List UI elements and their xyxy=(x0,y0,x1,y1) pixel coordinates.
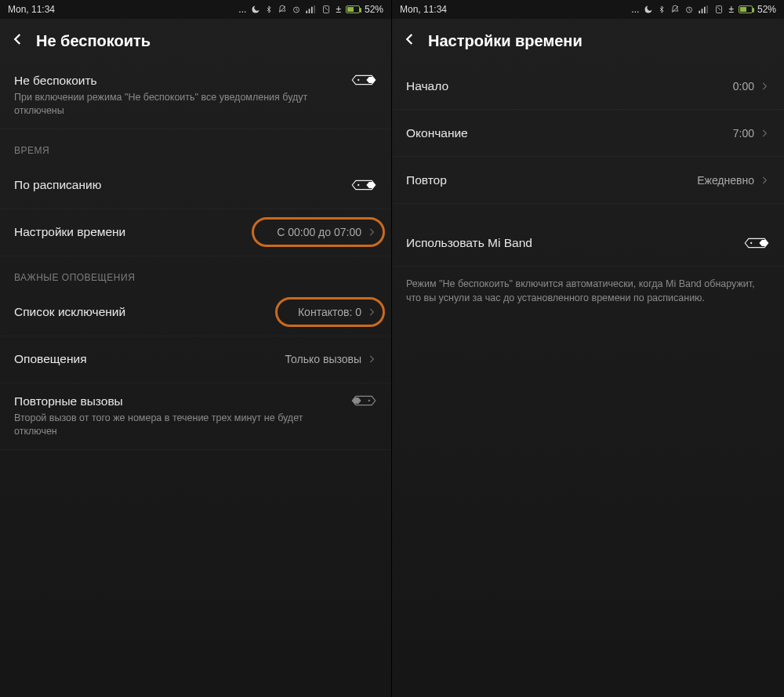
repeat-row[interactable]: Повтор Ежедневно xyxy=(392,157,784,204)
svg-point-27 xyxy=(750,241,752,243)
more-icon: ... xyxy=(631,4,639,15)
screen-dnd: Mon, 11:34 ... ± 52% Не беспокоить Не xyxy=(0,0,392,697)
status-bar: Mon, 11:34 ... ± 52% xyxy=(0,0,391,19)
back-icon[interactable] xyxy=(403,32,417,49)
mute-icon xyxy=(278,5,287,14)
repeat-title: Повтор xyxy=(406,173,697,187)
notifications-title: Оповещения xyxy=(14,352,285,366)
moon-icon xyxy=(251,5,260,14)
plus-minus-icon: ± xyxy=(728,4,734,15)
bluetooth-icon xyxy=(658,5,666,14)
miband-description: Режим "Не беспокоить" включится автомати… xyxy=(392,267,784,305)
repeat-value: Ежедневно xyxy=(697,174,754,187)
alarm-icon xyxy=(684,5,694,14)
alarm-icon xyxy=(292,5,301,14)
end-time-row[interactable]: Окончание 7:00 xyxy=(392,110,784,157)
start-time-row[interactable]: Начало 0:00 xyxy=(392,63,784,110)
battery-pct: 52% xyxy=(757,4,776,15)
battery-icon xyxy=(346,5,360,13)
dnd-toggle-row[interactable]: Не беспокоить При включении режима "Не б… xyxy=(0,63,391,129)
signal-icon xyxy=(699,5,710,13)
svg-rect-19 xyxy=(699,11,701,13)
svg-line-24 xyxy=(717,7,720,10)
svg-rect-5 xyxy=(314,5,316,13)
page-header: Настройки времени xyxy=(392,19,784,63)
status-icons: ... ± 52% xyxy=(631,4,776,15)
sim-icon xyxy=(714,5,724,14)
chevron-right-icon xyxy=(759,81,770,92)
dnd-toggle[interactable] xyxy=(350,74,377,86)
svg-rect-6 xyxy=(324,6,329,13)
svg-rect-4 xyxy=(311,7,313,13)
miband-title: Использовать Mi Band xyxy=(406,236,743,250)
svg-point-16 xyxy=(368,400,370,401)
exceptions-row[interactable]: Список исключений Контактов: 0 xyxy=(0,289,391,336)
repeat-calls-row[interactable]: Повторные вызовы Второй вызов от того же… xyxy=(0,383,391,450)
section-important: ВАЖНЫЕ ОПОВЕЩЕНИЯ xyxy=(0,256,391,289)
exceptions-title: Список исключений xyxy=(14,305,298,319)
repeat-calls-subtitle: Второй вызов от того же номера в течение… xyxy=(14,412,312,438)
status-bar: Mon, 11:34 ... ± 52% xyxy=(392,0,784,19)
repeat-calls-toggle[interactable] xyxy=(350,394,377,407)
chevron-right-icon xyxy=(366,354,377,365)
scheduled-toggle[interactable] xyxy=(350,179,377,191)
battery-icon xyxy=(739,5,753,13)
start-title: Начало xyxy=(406,79,733,93)
exceptions-value: Контактов: 0 xyxy=(298,306,361,318)
page-header: Не беспокоить xyxy=(0,19,391,63)
back-icon[interactable] xyxy=(11,32,25,49)
status-time: Mon, 11:34 xyxy=(400,4,447,15)
battery-pct: 52% xyxy=(365,4,383,15)
svg-line-7 xyxy=(325,7,328,10)
time-settings-row[interactable]: Настройки времени С 00:00 до 07:00 xyxy=(0,209,391,256)
more-icon: ... xyxy=(238,4,246,15)
scheduled-title: По расписанию xyxy=(14,178,350,192)
dnd-title: Не беспокоить xyxy=(14,74,350,88)
notifications-value: Только вызовы xyxy=(285,353,361,365)
time-settings-value: С 00:00 до 07:00 xyxy=(277,226,361,238)
end-value: 7:00 xyxy=(733,127,754,140)
svg-rect-22 xyxy=(707,5,709,13)
miband-row[interactable]: Использовать Mi Band xyxy=(392,220,784,267)
notifications-row[interactable]: Оповещения Только вызовы xyxy=(0,336,391,383)
svg-point-10 xyxy=(358,79,359,81)
status-icons: ... ± 52% xyxy=(238,4,383,15)
svg-rect-20 xyxy=(702,9,703,13)
mute-icon xyxy=(670,5,680,14)
sim-icon xyxy=(321,5,331,14)
chevron-right-icon xyxy=(366,307,377,318)
start-value: 0:00 xyxy=(733,80,754,93)
plus-minus-icon: ± xyxy=(336,4,341,15)
dnd-subtitle: При включении режима "Не беспокоить" все… xyxy=(14,91,312,118)
chevron-right-icon xyxy=(759,128,770,139)
svg-rect-21 xyxy=(704,7,706,13)
screen-time-settings: Mon, 11:34 ... ± 52% Настройки времени Н… xyxy=(392,0,784,697)
section-time: ВРЕМЯ xyxy=(0,129,391,162)
svg-rect-3 xyxy=(309,9,310,13)
page-title: Настройки времени xyxy=(428,32,583,50)
time-settings-title: Настройки времени xyxy=(14,225,277,239)
status-time: Mon, 11:34 xyxy=(8,4,55,15)
end-title: Окончание xyxy=(406,126,733,140)
miband-toggle[interactable] xyxy=(743,237,770,249)
chevron-right-icon xyxy=(759,175,770,186)
svg-point-13 xyxy=(358,184,359,186)
scheduled-row[interactable]: По расписанию xyxy=(0,162,391,209)
svg-rect-2 xyxy=(307,11,308,13)
chevron-right-icon xyxy=(366,227,377,238)
bluetooth-icon xyxy=(265,5,273,14)
repeat-calls-title: Повторные вызовы xyxy=(14,394,350,408)
page-title: Не беспокоить xyxy=(36,32,151,50)
moon-icon xyxy=(644,5,653,14)
signal-icon xyxy=(306,5,317,13)
svg-rect-23 xyxy=(717,6,722,13)
